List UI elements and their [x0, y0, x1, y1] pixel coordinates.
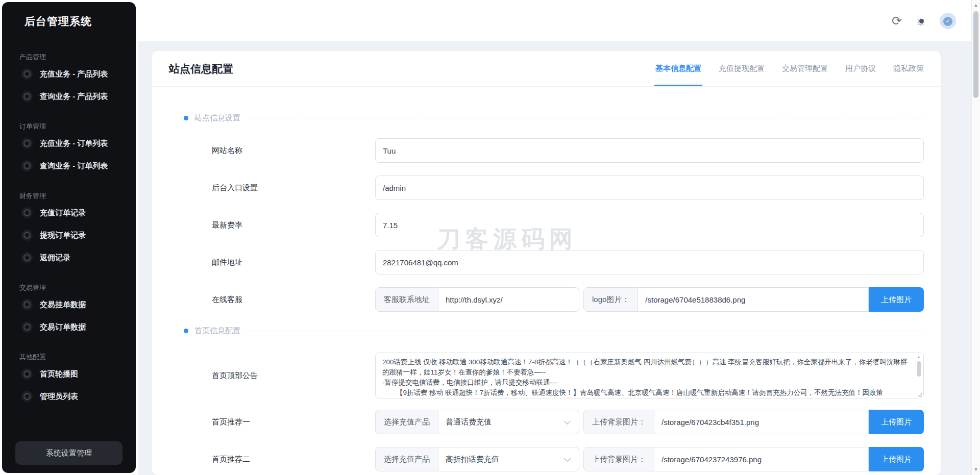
tab-recharge-withdraw[interactable]: 充值提现配置 [719, 51, 765, 86]
app-layout: 后台管理系统 产品管理 充值业务 - 产品列表 查询业务 - 产品列表 订单管理… [0, 0, 980, 475]
section-title: 首页信息配置 [194, 326, 240, 336]
bg-image-addon: 上传背景图片： [583, 410, 654, 434]
recommend2-product-select[interactable]: 高折扣话费充值 [438, 447, 579, 471]
sidebar-item-label: 充值业务 - 订单列表 [40, 139, 108, 148]
service-url-input[interactable] [438, 287, 579, 312]
main-area: ⟳ ☼ ✓ 刀客源码网 站点信息配置 基本信息配置 充值提现配置 交易管理配置 … [138, 0, 971, 475]
scrollbar-thumb[interactable] [917, 361, 921, 377]
section-site-info: 站点信息设置 [184, 113, 924, 123]
row-online-service: 在线客服 客服联系地址 logo图片： 上传图片 [184, 287, 924, 312]
sidebar-item-label: 管理员列表 [40, 392, 78, 402]
theme-toggle-icon[interactable]: ☼ [915, 15, 926, 27]
disc-icon [21, 207, 33, 218]
scroll-up-icon[interactable]: ▲ [917, 355, 921, 359]
sidebar-item-label: 交易订单数据 [40, 322, 86, 332]
textarea-scrollbar[interactable]: ▲ [915, 354, 923, 397]
avatar[interactable]: ✓ [940, 13, 956, 29]
disc-icon [21, 230, 33, 241]
row-latest-rate: 最新费率 [184, 213, 924, 237]
field-label: 首页推荐二 [212, 455, 375, 464]
sidebar-item-withdraw-records[interactable]: 提现订单记录 [2, 225, 136, 245]
field-label: 在线客服 [212, 295, 375, 305]
group-label: 其他配置 [2, 353, 136, 362]
logo-group: logo图片： 上传图片 [583, 287, 924, 312]
page-scrollbar[interactable]: ▲ ▼ [971, 0, 980, 475]
disc-icon [21, 368, 33, 380]
card-header: 站点信息配置 基本信息配置 充值提现配置 交易管理配置 用户协议 隐私政策 [152, 51, 941, 87]
tabs: 基本信息配置 充值提现配置 交易管理配置 用户协议 隐私政策 [655, 51, 924, 86]
section-dot-icon [184, 116, 188, 120]
sidebar-item-recharge-orders[interactable]: 充值业务 - 订单列表 [2, 133, 136, 154]
scrollbar-thumb[interactable] [973, 11, 978, 98]
sidebar-item-trade-pending[interactable]: 交易挂单数据 [2, 294, 136, 315]
tab-basic-info[interactable]: 基本信息配置 [655, 51, 701, 86]
disc-icon [21, 391, 33, 402]
email-input[interactable] [375, 250, 924, 274]
section-dashed-line [246, 331, 924, 331]
section-dashed-line [246, 118, 924, 118]
section-home-info: 首页信息配置 [184, 326, 924, 336]
sidebar-divider [16, 37, 121, 37]
recommend1-bg-input[interactable] [654, 410, 869, 434]
recommend1-product-group: 选择充值产品 普通话费充值 [375, 410, 579, 434]
settings-card: 刀客源码网 站点信息配置 基本信息配置 充值提现配置 交易管理配置 用户协议 隐… [152, 51, 941, 475]
section-title: 站点信息设置 [194, 113, 240, 123]
group-label: 交易管理 [2, 283, 136, 292]
group-label: 产品管理 [2, 53, 136, 62]
disc-icon [21, 160, 33, 171]
sidebar-group-products: 产品管理 充值业务 - 产品列表 查询业务 - 产品列表 [2, 53, 136, 107]
refresh-icon[interactable]: ⟳ [892, 15, 902, 27]
sidebar-item-label: 首页轮播图 [40, 369, 78, 379]
field-label: 网站名称 [212, 146, 375, 156]
bg-image-addon: 上传背景图片： [583, 447, 654, 471]
logo-upload-button[interactable]: 上传图片 [869, 287, 924, 312]
row-recommend-2: 首页推荐二 选择充值产品 高折扣话费充值 上传背景图片： [184, 447, 924, 471]
logo-addon: logo图片： [583, 287, 638, 312]
page-title: 站点信息配置 [169, 62, 233, 76]
scroll-down-icon[interactable]: ▼ [972, 467, 980, 472]
recommend2-bg-input[interactable] [654, 447, 869, 471]
sidebar-item-query-orders[interactable]: 查询业务 - 订单列表 [2, 156, 136, 176]
sidebar-group-other: 其他配置 首页轮播图 管理员列表 [2, 353, 136, 407]
sidebar-item-home-carousel[interactable]: 首页轮播图 [2, 364, 136, 384]
sidebar-item-trade-orders[interactable]: 交易订单数据 [2, 317, 136, 337]
sidebar-item-recharge-records[interactable]: 充值订单记录 [2, 203, 136, 223]
sidebar-item-rebate-records[interactable]: 返佣记录 [2, 247, 136, 268]
sidebar-item-label: 提现订单记录 [40, 231, 86, 240]
recommend2-upload-button[interactable]: 上传图片 [869, 447, 924, 471]
row-email: 邮件地址 [184, 250, 924, 274]
logo-path-input[interactable] [638, 287, 869, 312]
sidebar-item-query-products[interactable]: 查询业务 - 产品列表 [2, 86, 136, 107]
group-label: 订单管理 [2, 122, 136, 131]
sidebar-group-orders: 订单管理 充值业务 - 订单列表 查询业务 - 订单列表 [2, 122, 136, 176]
system-settings-button[interactable]: 系统设置管理 [15, 441, 122, 465]
chevron-down-icon [564, 455, 571, 462]
recommend1-product-select[interactable]: 普通话费充值 [438, 410, 579, 434]
tab-privacy-policy[interactable]: 隐私政策 [893, 51, 924, 86]
website-name-input[interactable] [375, 138, 924, 163]
field-label: 邮件地址 [212, 258, 375, 267]
row-recommend-1: 首页推荐一 选择充值产品 普通话费充值 上传背景图片： [184, 410, 924, 434]
row-admin-entry: 后台入口设置 [184, 176, 924, 200]
sidebar-group-trade: 交易管理 交易挂单数据 交易订单数据 [2, 283, 136, 337]
disc-icon [21, 91, 33, 102]
sidebar-item-recharge-products[interactable]: 充值业务 - 产品列表 [2, 64, 136, 84]
select-product-addon: 选择充值产品 [375, 447, 438, 471]
sidebar-item-label: 充值订单记录 [40, 208, 86, 218]
announcement-textarea[interactable]: 200话费上线 仅收 移动联通 300移动联通高速！7-8折都高速！（（（石家庄… [375, 353, 924, 398]
recommend2-product-group: 选择充值产品 高折扣话费充值 [375, 447, 579, 471]
recommend1-upload-button[interactable]: 上传图片 [869, 410, 924, 434]
admin-entry-input[interactable] [375, 176, 924, 200]
scroll-up-icon[interactable]: ▲ [972, 3, 980, 8]
field-label: 后台入口设置 [212, 183, 375, 193]
sidebar-item-admin-list[interactable]: 管理员列表 [2, 386, 136, 407]
sidebar-item-label: 返佣记录 [40, 253, 70, 263]
sidebar-group-finance: 财务管理 充值订单记录 提现订单记录 返佣记录 [2, 191, 136, 268]
latest-rate-input[interactable] [375, 213, 924, 237]
avatar-check-icon: ✓ [943, 17, 952, 26]
tab-user-agreement[interactable]: 用户协议 [845, 51, 876, 86]
topbar: ⟳ ☼ ✓ [138, 0, 971, 41]
disc-icon [21, 321, 33, 333]
tab-trade-management[interactable]: 交易管理配置 [782, 51, 828, 86]
selected-option: 普通话费充值 [446, 417, 492, 427]
